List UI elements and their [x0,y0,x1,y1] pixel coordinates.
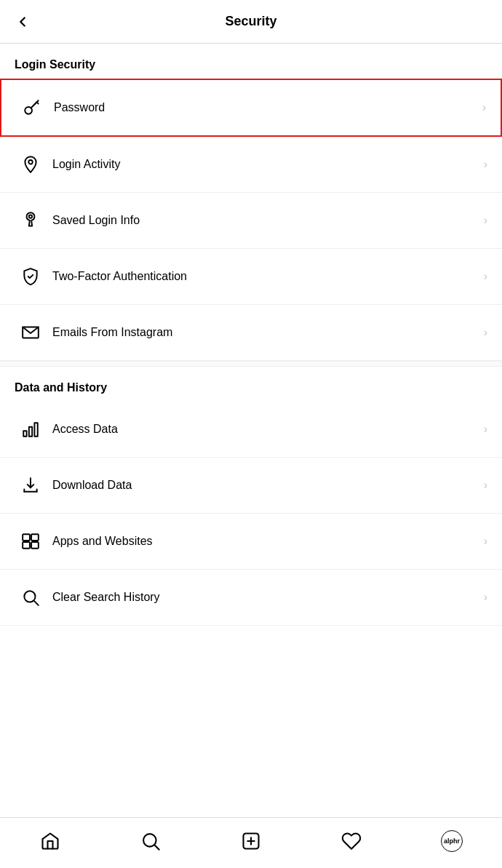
data-and-history-header: Data and History [0,367,502,402]
back-button[interactable] [15,14,31,30]
search-icon [15,581,47,613]
page-title: Security [225,14,276,29]
apps-and-websites-label: Apps and Websites [52,535,484,548]
clear-search-history-label: Clear Search History [52,591,484,604]
chevron-right-icon: › [484,214,487,227]
bottom-nav: alphr [0,817,502,868]
login-activity-item[interactable]: Login Activity › [0,137,502,193]
svg-point-1 [28,160,32,164]
password-item[interactable]: Password › [0,79,502,137]
content: Login Security Password › Login Activity… [0,44,502,817]
download-data-item[interactable]: Download Data › [0,458,502,514]
bar-chart-icon [15,413,47,445]
svg-point-2 [29,215,32,218]
avatar: alphr [441,830,463,852]
chevron-right-icon: › [484,479,487,492]
home-nav-item[interactable] [32,825,68,857]
saved-login-info-item[interactable]: Saved Login Info › [0,193,502,249]
svg-rect-12 [23,534,30,541]
chevron-right-icon: › [482,101,486,114]
two-factor-auth-item[interactable]: Two-Factor Authentication › [0,249,502,305]
svg-line-16 [34,601,39,605]
heart-nav-item[interactable] [333,825,370,857]
svg-rect-5 [29,427,32,437]
access-data-item[interactable]: Access Data › [0,402,502,458]
header: Security [0,0,502,44]
emails-from-instagram-label: Emails From Instagram [52,326,484,339]
svg-rect-14 [31,534,39,541]
two-factor-auth-label: Two-Factor Authentication [52,270,484,283]
svg-rect-4 [23,431,26,437]
chevron-right-icon: › [484,423,487,436]
chevron-right-icon: › [484,158,487,171]
emails-from-instagram-item[interactable]: Emails From Instagram › [0,305,502,361]
download-icon [15,469,47,501]
keyhole-icon [15,204,47,236]
svg-line-18 [155,845,159,849]
saved-login-info-label: Saved Login Info [52,214,484,227]
login-security-header: Login Security [0,44,502,79]
shield-check-icon [15,260,47,292]
download-data-label: Download Data [52,479,484,492]
svg-rect-6 [34,423,37,436]
add-nav-item[interactable] [233,825,269,857]
access-data-label: Access Data [52,423,484,436]
key-icon [16,92,48,124]
chevron-right-icon: › [484,591,487,604]
svg-rect-13 [31,542,39,549]
search-nav-item[interactable] [132,825,169,857]
clear-search-history-item[interactable]: Clear Search History › [0,570,502,626]
profile-nav-item[interactable]: alphr [434,825,470,857]
avatar-text: alphr [444,837,460,845]
location-icon [15,148,47,180]
password-label: Password [54,101,482,114]
chevron-right-icon: › [484,326,487,339]
login-activity-label: Login Activity [52,158,484,171]
apps-and-websites-item[interactable]: Apps and Websites › [0,514,502,570]
svg-point-17 [143,834,156,847]
section-divider [0,361,502,367]
apps-icon [15,525,47,557]
chevron-right-icon: › [484,535,487,548]
svg-rect-11 [23,542,30,549]
envelope-icon [15,316,47,349]
chevron-right-icon: › [484,270,487,283]
